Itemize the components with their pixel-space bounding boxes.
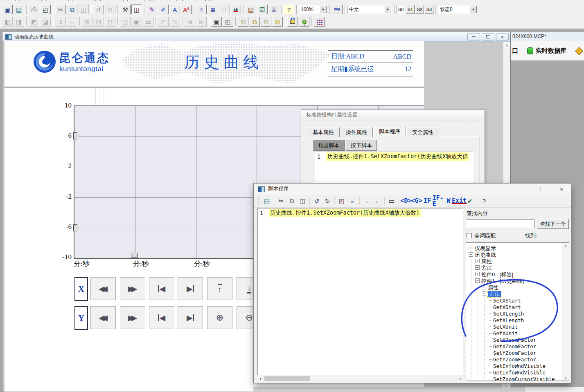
attribute-brush-button[interactable]: ✐ xyxy=(158,4,169,14)
tree-item[interactable]: SetXLength xyxy=(466,310,562,317)
maximize-button[interactable] xyxy=(533,184,552,195)
menu-item[interactable]: 编辑(E) xyxy=(31,0,47,2)
menu-item[interactable]: 排列(D) xyxy=(85,0,101,2)
paste-button[interactable]: ◫ xyxy=(297,196,308,206)
redo-button[interactable]: ↻ xyxy=(322,196,333,206)
center-vertical-button[interactable]: ⊡ xyxy=(105,17,115,27)
redo-button[interactable]: ↻ xyxy=(105,4,115,14)
insert-data-button[interactable]: <D> xyxy=(401,196,411,206)
tab-operation-properties[interactable]: 操作属性 xyxy=(340,127,373,137)
align-left-button[interactable]: ◧ xyxy=(2,17,13,27)
undo-button[interactable]: ↺ xyxy=(311,196,322,206)
new-frame-button[interactable]: ◫ xyxy=(131,4,142,14)
cut-button[interactable]: ✂ xyxy=(276,196,286,206)
help-button[interactable]: ? xyxy=(284,4,294,14)
tools-button[interactable]: ⚒ xyxy=(120,4,131,14)
undo-button[interactable]: ↺ xyxy=(93,4,104,14)
whole-word-checkbox[interactable] xyxy=(467,233,472,238)
copy-screen-button[interactable]: ▣ xyxy=(2,4,13,14)
tree-expander-icon[interactable]: + xyxy=(475,259,480,263)
tree-item[interactable]: +控件0 - [标签] xyxy=(466,271,562,278)
ungroup-button[interactable]: ◰ xyxy=(223,17,233,27)
align-bottom-button[interactable]: ◪ xyxy=(40,17,51,27)
center-window-button[interactable]: ◫ xyxy=(120,17,131,27)
scroll-right-icon[interactable]: › xyxy=(457,376,463,381)
tree-item[interactable]: GetXLength xyxy=(466,317,562,323)
scroll-down-icon[interactable]: ∨ xyxy=(562,374,569,381)
send-backward-button[interactable]: ⧉ xyxy=(272,17,283,27)
text-align-button[interactable]: ≡ xyxy=(196,4,207,14)
minimize-button[interactable] xyxy=(514,184,533,195)
pin-button[interactable] xyxy=(299,17,309,27)
menu-item[interactable]: 文件(F) xyxy=(4,0,20,2)
text-align-2-button[interactable]: ≣ xyxy=(207,4,218,14)
format-code-button[interactable]: ≡ xyxy=(347,196,358,206)
tab-security-properties[interactable]: 安全属性 xyxy=(406,127,439,137)
tree-item[interactable]: GetXUnit xyxy=(466,330,562,336)
flip-vertical-button[interactable]: ⊳ xyxy=(196,17,207,27)
tree-item[interactable]: SetXZoomFactor xyxy=(466,336,562,343)
animation-brush-button[interactable]: ✎ xyxy=(147,4,157,14)
find-next-button[interactable]: 查找下一个 xyxy=(537,219,569,229)
flip-horizontal-button[interactable]: ⊲ xyxy=(185,17,195,27)
language-font-button[interactable]: 中A xyxy=(332,4,343,14)
same-width-button[interactable]: ⇔ xyxy=(67,17,77,27)
font-box-button[interactable]: A xyxy=(169,4,180,14)
tree-item[interactable]: −历史曲线 xyxy=(466,251,562,258)
tree-item[interactable]: +方法 xyxy=(466,264,562,271)
if-else-button[interactable]: IF-E xyxy=(433,196,443,206)
x-fast-forward-button[interactable]: ▶▶ xyxy=(120,277,145,300)
tree-expander-icon[interactable]: + xyxy=(469,246,473,250)
copy-button[interactable]: ⧉ xyxy=(67,4,77,14)
x-skip-start-button[interactable]: ◀ xyxy=(149,277,174,300)
tree-item[interactable]: GetInfoWndVisible xyxy=(466,369,562,376)
rotate-left-button[interactable]: ◸ xyxy=(158,17,169,27)
find-input[interactable] xyxy=(466,220,534,228)
spell-check-button[interactable]: ab xyxy=(230,4,241,14)
script-window-titlebar[interactable]: 脚本程序 × xyxy=(254,184,571,195)
space-down-button[interactable]: ▭ xyxy=(143,17,153,27)
tree-expander-icon[interactable]: + xyxy=(475,272,480,276)
x-fast-backward-button[interactable]: ◀◀ xyxy=(90,277,116,300)
minimize-button[interactable] xyxy=(467,33,480,40)
language-combo[interactable]: 中文▼ xyxy=(347,5,392,14)
tree-item[interactable]: SetXStart xyxy=(466,297,562,304)
code-editor[interactable]: 1 历史曲线.控件1.SetXZoomFactor(历史曲线X轴放大倍数) xyxy=(257,208,463,375)
tree-expander-icon[interactable]: + xyxy=(482,285,486,289)
sort-list-button[interactable]: ⇊ xyxy=(268,4,279,14)
tab-script-program[interactable]: 脚本程序 xyxy=(373,126,406,137)
find-preview-button[interactable]: ◰ xyxy=(336,196,347,206)
status-combo-dropdown-icon[interactable]: ▼ xyxy=(470,6,477,13)
same-size-button[interactable]: ⊞ xyxy=(82,17,92,27)
workbench-tab-partial[interactable]: 口 xyxy=(511,47,521,55)
restore-button[interactable] xyxy=(482,33,494,40)
help-button[interactable]: ? xyxy=(479,196,489,206)
tab-basic-properties[interactable]: 基本属性 xyxy=(307,127,340,137)
exit-button[interactable]: Exit xyxy=(454,196,464,206)
syntax-check-button[interactable]: ✔ xyxy=(464,196,475,206)
dialog-titlebar[interactable]: 标准按钮构件属性设置 xyxy=(301,110,485,121)
scroll-down-icon[interactable]: ∨ xyxy=(502,383,511,390)
grid-dots-button[interactable]: ∷ xyxy=(219,4,230,14)
tab-run-strategy-partial[interactable]: 运 xyxy=(573,43,584,59)
copy-button[interactable]: ⧉ xyxy=(286,196,297,206)
color-dots-button[interactable] xyxy=(314,17,325,27)
space-across-button[interactable]: ▣ xyxy=(131,17,142,27)
save-button[interactable]: ▤ xyxy=(14,4,24,14)
properties-form-button[interactable]: ▤ xyxy=(246,4,256,14)
language-combo-dropdown-icon[interactable]: ▼ xyxy=(384,6,391,13)
tree-item[interactable]: SetYZoomFactor xyxy=(466,349,562,356)
rotate-right-button[interactable]: ◹ xyxy=(169,17,180,27)
tree-item[interactable]: −控件1 - [历史曲线] xyxy=(466,278,562,284)
menu-item[interactable]: 查看(V) xyxy=(58,0,74,2)
scroll-up-icon[interactable]: ∧ xyxy=(562,243,569,249)
insert-global-button[interactable]: <G> xyxy=(411,196,422,206)
center-horizontal-button[interactable]: ⊟ xyxy=(93,17,104,27)
font-style-button[interactable]: Aª xyxy=(181,4,192,14)
cut-button[interactable]: ✂ xyxy=(55,4,66,14)
lock-button[interactable] xyxy=(287,17,298,27)
state-button-s2[interactable]: S2 xyxy=(415,5,424,14)
tree-expander-icon[interactable]: − xyxy=(475,278,480,283)
indent-left-button[interactable]: ← xyxy=(372,196,383,206)
align-top-button[interactable]: ◩ xyxy=(29,17,39,27)
